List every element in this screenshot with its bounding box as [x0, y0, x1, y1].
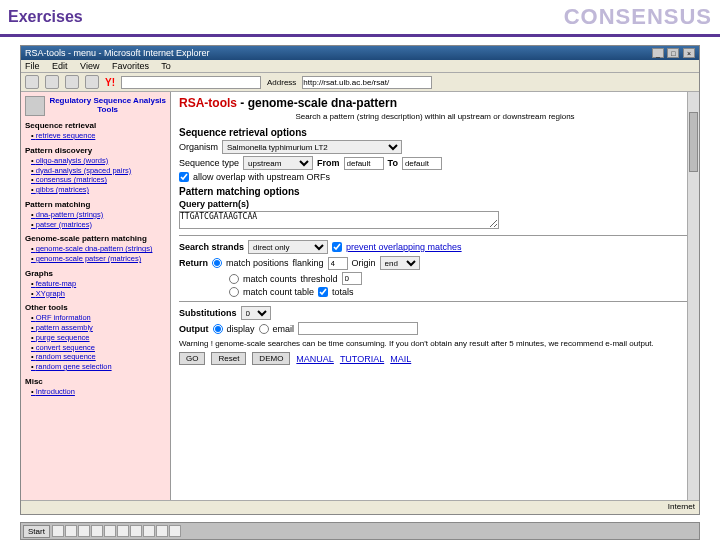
tray-icon[interactable] [91, 525, 103, 537]
return-table-radio[interactable] [229, 287, 239, 297]
totals-checkbox[interactable] [318, 287, 328, 297]
sidebar-item[interactable]: dyad-analysis (spaced pairs) [31, 166, 166, 176]
seqtype-label: Sequence type [179, 158, 239, 168]
quick-launch [52, 525, 181, 537]
strands-select[interactable]: direct only [248, 240, 328, 254]
flanking-input[interactable] [328, 257, 348, 270]
maximize-button[interactable]: □ [667, 48, 679, 58]
sidebar-item[interactable]: retrieve sequence [31, 131, 166, 141]
sidebar-item[interactable]: patser (matrices) [31, 220, 166, 230]
yahoo-icon[interactable]: Y! [105, 77, 115, 88]
return-label: Return [179, 258, 208, 268]
menu-favorites[interactable]: Favorites [112, 61, 149, 71]
query-pattern-input[interactable]: TTGATCGATAAGTCAA [179, 211, 499, 229]
sidebar-item[interactable]: dna-pattern (strings) [31, 210, 166, 220]
page-title: RSA-tools - genome-scale dna-pattern [179, 96, 691, 110]
sidebar-item[interactable]: random sequence [31, 352, 166, 362]
mail-link[interactable]: MAIL [390, 354, 411, 364]
seq-options-header: Sequence retrieval options [179, 127, 691, 138]
sidebar-item[interactable]: random gene selection [31, 362, 166, 372]
sidebar-item[interactable]: feature-map [31, 279, 166, 289]
prevent-overlap-checkbox[interactable] [332, 242, 342, 252]
overlap-checkbox[interactable] [179, 172, 189, 182]
seqtype-select[interactable]: upstream [243, 156, 313, 170]
slide-title-left: Exercises [8, 8, 83, 26]
email-input[interactable] [298, 322, 418, 335]
flanking-label: flanking [293, 258, 324, 268]
strands-label: Search strands [179, 242, 244, 252]
tray-icon[interactable] [169, 525, 181, 537]
refresh-button[interactable] [85, 75, 99, 89]
overlap-label: allow overlap with upstream ORFs [193, 172, 330, 182]
sidebar-item[interactable]: genome-scale dna-pattern (strings) [31, 244, 166, 254]
sidebar-item[interactable]: Introduction [31, 387, 166, 397]
tray-icon[interactable] [117, 525, 129, 537]
reset-button[interactable]: Reset [211, 352, 246, 365]
tutorial-link[interactable]: TUTORIAL [340, 354, 384, 364]
section-misc: Misc [25, 377, 166, 386]
scrollbar-thumb[interactable] [689, 112, 698, 172]
organism-label: Organism [179, 142, 218, 152]
tray-icon[interactable] [143, 525, 155, 537]
to-label: To [388, 158, 398, 168]
section-seq-retrieval: Sequence retrieval [25, 121, 166, 130]
manual-link[interactable]: MANUAL [296, 354, 334, 364]
origin-select[interactable]: end [380, 256, 420, 270]
prevent-overlap-label[interactable]: prevent overlapping matches [346, 242, 462, 252]
threshold-input[interactable] [342, 272, 362, 285]
sidebar-item[interactable]: purge sequence [31, 333, 166, 343]
forward-button[interactable] [45, 75, 59, 89]
tray-icon[interactable] [78, 525, 90, 537]
sidebar-item[interactable]: pattern assembly [31, 323, 166, 333]
sidebar-item[interactable]: consensus (matrices) [31, 175, 166, 185]
menu-tools[interactable]: To [161, 61, 171, 71]
tray-icon[interactable] [156, 525, 168, 537]
origin-label: Origin [352, 258, 376, 268]
return-counts-label: match counts [243, 274, 297, 284]
status-right: Internet [668, 502, 695, 513]
sidebar-item[interactable]: gibbs (matrices) [31, 185, 166, 195]
sidebar-item[interactable]: oligo-analysis (words) [31, 156, 166, 166]
output-email-radio[interactable] [259, 324, 269, 334]
tray-icon[interactable] [130, 525, 142, 537]
browser-window: RSA-tools - menu - Microsoft Internet Ex… [20, 45, 700, 515]
subs-select[interactable]: 0 [241, 306, 271, 320]
stop-button[interactable] [65, 75, 79, 89]
menu-edit[interactable]: Edit [52, 61, 68, 71]
output-display-label: display [227, 324, 255, 334]
section-pattern-discovery: Pattern discovery [25, 146, 166, 155]
sidebar-item[interactable]: convert sequence [31, 343, 166, 353]
sidebar-item[interactable]: ORF information [31, 313, 166, 323]
to-input[interactable] [402, 157, 442, 170]
yahoo-search-input[interactable] [121, 76, 261, 89]
from-input[interactable] [344, 157, 384, 170]
back-button[interactable] [25, 75, 39, 89]
tray-icon[interactable] [65, 525, 77, 537]
sidebar-item[interactable]: XYgraph [31, 289, 166, 299]
warning-text: Warning ! genome-scale searches can be t… [179, 339, 691, 348]
minimize-button[interactable]: _ [652, 48, 664, 58]
statusbar: Internet [21, 500, 699, 514]
menubar: File Edit View Favorites To [21, 60, 699, 73]
tray-icon[interactable] [104, 525, 116, 537]
demo-button[interactable]: DEMO [252, 352, 290, 365]
section-genome-scale: Genome-scale pattern matching [25, 234, 166, 243]
tray-icon[interactable] [52, 525, 64, 537]
close-button[interactable]: × [683, 48, 695, 58]
address-input[interactable] [302, 76, 432, 89]
organism-select[interactable]: Salmonella typhimurium LT2 [222, 140, 402, 154]
output-display-radio[interactable] [213, 324, 223, 334]
section-pattern-matching: Pattern matching [25, 200, 166, 209]
output-email-label: email [273, 324, 295, 334]
return-positions-radio[interactable] [212, 258, 222, 268]
menu-file[interactable]: File [25, 61, 40, 71]
vertical-scrollbar[interactable] [687, 92, 699, 500]
start-button[interactable]: Start [23, 525, 50, 538]
slide-title-right: CONSENSUS [564, 4, 712, 30]
go-button[interactable]: GO [179, 352, 205, 365]
menu-view[interactable]: View [80, 61, 99, 71]
totals-label: totals [332, 287, 354, 297]
sidebar-item[interactable]: genome-scale patser (matrices) [31, 254, 166, 264]
subs-label: Substitutions [179, 308, 237, 318]
return-counts-radio[interactable] [229, 274, 239, 284]
